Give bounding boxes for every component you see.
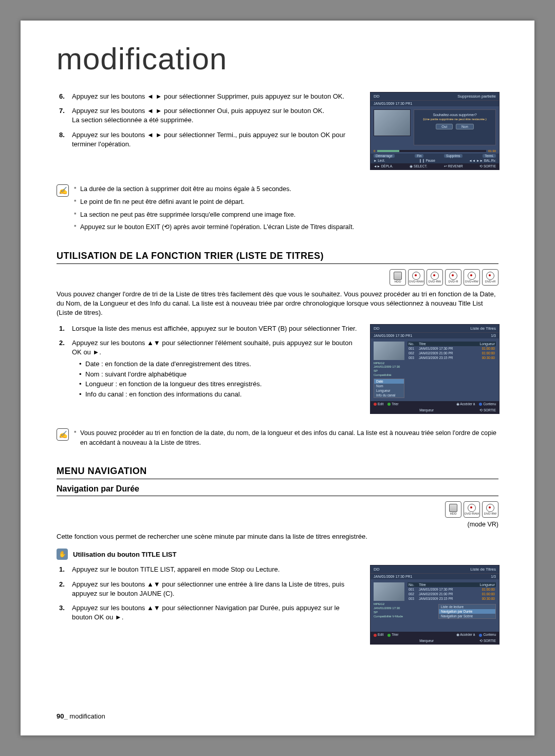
note-a-1: La durée de la section à supprimer doit … — [74, 184, 354, 194]
osd3-src: DD — [374, 567, 380, 572]
osd3-sortie: ⟲ SORTIE — [479, 639, 496, 643]
osd3-footer: Marqueur ⟲ SORTIE — [371, 638, 499, 644]
disc-hdd-icon-2: HDD — [445, 501, 461, 518]
osd-header: DD Suppression partielle — [371, 92, 499, 100]
disc-dvdram-icon-2: DVD-RAM — [464, 501, 480, 518]
osd2-header: DD Liste de Titres — [371, 325, 499, 332]
menu-two-col: Appuyez sur le bouton TITLE LIST, appare… — [57, 565, 498, 649]
osd2-page: 1/3 — [491, 334, 496, 337]
osd3-row-2[interactable]: 002 JAN/02/2009 21:00 PR 01:00:00 — [408, 592, 496, 596]
step-8: Appuyez sur les boutons ◄ ► pour sélecti… — [72, 130, 360, 149]
disc-dvdr-icon: DVD-R — [445, 269, 461, 286]
osd2-menu-info[interactable]: Info du canal — [374, 393, 404, 398]
osd-liste-trier: DD Liste de Titres JAN/01/2009 17:30 PR1… — [370, 324, 499, 414]
osd2-sub: JAN/01/2009 17:30 PR1 1/3 — [371, 332, 499, 338]
osd-termi[interactable]: Termi. — [483, 154, 496, 158]
osd3-side5a: Compatibilité — [374, 615, 392, 618]
osd3-menu-liste[interactable]: Liste de lecture — [439, 604, 495, 609]
osd-suppr[interactable]: Supprims — [444, 154, 462, 158]
osd2-sortie: ⟲ SORTIE — [479, 408, 496, 412]
trier-bullet-date: Date : en fonction de la date d'enregist… — [79, 359, 360, 369]
menu-osd-col: DD Liste de Titres JAN/01/2009 17:30 PR1… — [370, 565, 498, 649]
osd3-r2-long: 01:00:00 — [474, 592, 495, 596]
osd2-menu-nom[interactable]: Nom — [374, 384, 404, 388]
note-icon: ✍ — [57, 184, 69, 197]
osd2-marqueur: Marqueur — [419, 408, 434, 412]
step-7-text: Appuyez sur les boutons ◄ ► pour sélecti… — [72, 107, 324, 115]
disc-dvdrw-icon: DVD-RW — [427, 269, 443, 286]
trier-step-2: Appuyez sur les boutons ▲▼ pour sélectio… — [72, 338, 360, 399]
osd2-r3-titre: JAN/03/2009 23:15 PR — [419, 356, 474, 360]
osd3-row-1[interactable]: 001 JAN/01/2009 17:30 PR 01:00:00 — [408, 587, 496, 592]
osd3-list: No. Titre Longueur 001 JAN/01/2009 17:30… — [408, 582, 496, 629]
osd2-menu-date[interactable]: Date — [374, 379, 404, 384]
osd-depla: ◄► DÉPLA. — [374, 164, 393, 168]
disc-dvdr-label: DVD-R — [449, 280, 458, 283]
menu-step-1: Appuyez sur le bouton TITLE LIST, appare… — [72, 565, 360, 574]
section-menu-title: MENU NAVIGATION — [57, 466, 498, 479]
page-title: modification — [57, 41, 498, 77]
osd3-color-row: Edit Trier ◉ Accéder à Contenu — [371, 632, 499, 638]
note-box-a: ✍ La durée de la section à supprimer doi… — [57, 184, 498, 235]
osd2-side2: JAN/01/2009 17:30 — [374, 365, 404, 369]
osd-bal: ◄◄ ►► BAL.Rv. — [469, 159, 496, 163]
menu-step-3: Appuyez sur les boutons ▲▼ pour sélectio… — [72, 603, 360, 622]
trier-bullet-info: Info du canal : en fonction des informat… — [79, 389, 360, 400]
menu-step-2-text: Appuyez sur les boutons ▲▼ pour sélectio… — [72, 580, 344, 597]
osd3-r3-no: 003 — [409, 597, 419, 600]
osd2-r3-long: 00:30:00 — [474, 356, 495, 360]
osd3-head-titre: Titre — [419, 583, 474, 587]
disc-dvdrw-label-2: DVD-RW — [484, 512, 497, 515]
osd2-sort-menu[interactable]: Date Nom Longueur Info du canal — [374, 379, 404, 398]
osd-no-button[interactable]: Non — [456, 124, 474, 129]
trier-two-col: Lorsque la liste des menus est affichée,… — [57, 324, 498, 418]
note-a-4: Appuyez sur le bouton EXIT (⟲) après avo… — [74, 222, 354, 232]
osd-col: DD Suppression partielle JAN/01/2009 17:… — [370, 92, 498, 174]
disc-hdd-label: HDD — [395, 280, 401, 283]
osd2-spacer — [402, 402, 452, 406]
osd3-menu-scene[interactable]: Navigation par Scène — [439, 614, 495, 618]
note-b-1: Vous pouvez procéder au tri en fonction … — [74, 428, 498, 448]
osd2-r2-long: 01:00:00 — [474, 351, 495, 355]
osd3-d-label: Contenu — [483, 633, 496, 636]
disc-dvdrw-icon-2: DVD-RW — [482, 501, 498, 518]
osd-progress: 0 01:30 — [371, 148, 499, 154]
osd-demarrage[interactable]: Démarrage — [374, 154, 395, 158]
osd2-menu-longueur[interactable]: Longueur — [374, 388, 404, 393]
osd2-row-2[interactable]: 002 JAN/02/2009 21:00 PR 01:00:00 — [408, 351, 496, 355]
osd3-menu-duree[interactable]: Navigation par Durée — [439, 609, 495, 614]
osd3-nav-menu[interactable]: Liste de lecture Navigation par Durée Na… — [438, 604, 496, 619]
osd3-thumb — [374, 582, 404, 601]
menu-step-2: Appuyez sur les boutons ▲▼ pour sélectio… — [72, 580, 360, 598]
note-a-3: La section ne peut pas être supprimée lo… — [74, 210, 354, 220]
osd2-side1: MPEG2 — [374, 362, 404, 366]
osd-fin[interactable]: Fin — [415, 154, 423, 158]
osd-action-row: Démarrage Fin Supprims Termi. — [371, 154, 499, 158]
page-number: 90_ — [57, 712, 68, 720]
osd-title: Suppression partielle — [457, 94, 496, 99]
trier-steps: Lorsque la liste des menus est affichée,… — [72, 324, 360, 400]
osd3-side5b: V-Mode — [392, 615, 403, 618]
trier-bullets: Date : en fonction de la date d'enregist… — [79, 359, 360, 399]
disc-dvdrw-label: DVD-RW — [429, 280, 441, 283]
menu-steps-col: Appuyez sur le bouton TITLE LIST, appare… — [57, 565, 360, 649]
osd3-r1-titre: JAN/01/2009 17:30 PR — [419, 588, 474, 591]
osd-progress-bar — [377, 150, 486, 152]
osd-yes-button[interactable]: Oui — [436, 124, 453, 129]
osd2-row-1[interactable]: 001 JAN/01/2009 17:30 PR 01:00:00 — [408, 346, 496, 351]
document-page: modification Appuyez sur les boutons ◄ ►… — [21, 21, 534, 735]
osd2-row-3[interactable]: 003 JAN/03/2009 23:15 PR 00:30:00 — [408, 355, 496, 360]
title-list-row: Utilisation du bouton TITLE LIST — [57, 549, 498, 560]
osd3-header: DD Liste de Titres — [371, 565, 499, 573]
disc-dvdprw-icon: DVD+RW — [464, 269, 480, 286]
osd3-acceder: ◉ Accéder à — [456, 633, 475, 637]
osd2-r1-titre: JAN/01/2009 17:30 PR — [419, 347, 474, 350]
disc-dvdram-icon: DVD-RAM — [408, 269, 424, 286]
osd3-row-3[interactable]: 003 JAN/03/2009 23:15 PR 00:30:00 — [408, 596, 496, 601]
note-list-a: La durée de la section à supprimer doit … — [74, 184, 354, 235]
disc-row-menu: HDD DVD-RAM DVD-RW — [57, 501, 498, 518]
menu-steps: Appuyez sur le bouton TITLE LIST, appare… — [72, 565, 360, 622]
section-steps-suppress: Appuyez sur les boutons ◄ ► pour sélecti… — [57, 92, 498, 174]
trier-bullet-longueur: Longueur : en fonction de la longueur de… — [79, 379, 360, 389]
disc-hdd-icon: HDD — [390, 269, 406, 286]
